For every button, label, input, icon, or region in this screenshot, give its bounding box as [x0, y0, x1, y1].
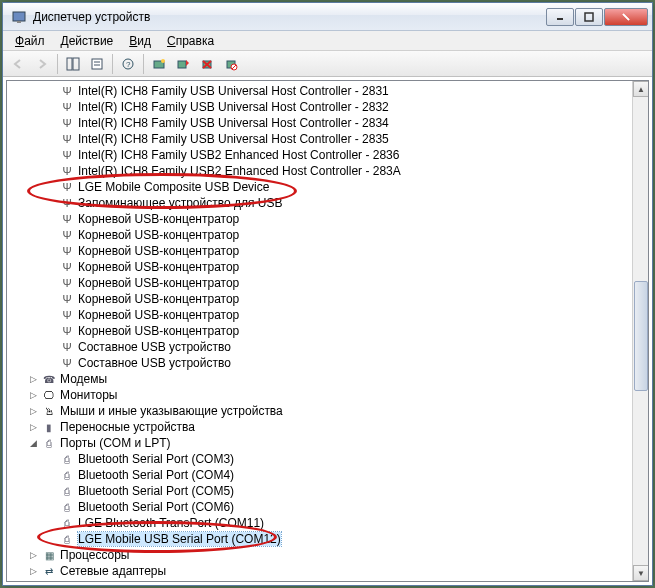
tree-node[interactable]: Bluetooth Serial Port (COM4) [9, 467, 630, 483]
expander-icon[interactable]: ▷ [27, 565, 39, 577]
port-icon [59, 531, 75, 547]
usb-icon [59, 339, 75, 355]
tree-node[interactable]: ▷Модемы [9, 371, 630, 387]
device-tree[interactable]: Intel(R) ICH8 Family USB Universal Host … [7, 81, 632, 581]
expander-icon [45, 229, 57, 241]
expander-icon[interactable]: ▷ [27, 549, 39, 561]
menubar: Файл Действие Вид Справка [3, 31, 652, 51]
tree-node[interactable]: Intel(R) ICH8 Family USB Universal Host … [9, 99, 630, 115]
svg-rect-8 [92, 59, 102, 69]
tree-node[interactable]: ▷Мыши и иные указывающие устройства [9, 403, 630, 419]
tree-node[interactable]: LGE Mobile USB Serial Port (COM12) [9, 531, 630, 547]
node-label: Intel(R) ICH8 Family USB Universal Host … [78, 132, 389, 146]
monitor-icon [41, 387, 57, 403]
tree-node[interactable]: Корневой USB-концентратор [9, 323, 630, 339]
usb-icon [59, 179, 75, 195]
tree-node[interactable]: Intel(R) ICH8 Family USB Universal Host … [9, 115, 630, 131]
tree-node[interactable]: Запоминающее устройство для USB [9, 195, 630, 211]
menu-view-label: ид [137, 34, 151, 48]
usb-icon [59, 243, 75, 259]
expander-icon[interactable]: ▷ [27, 405, 39, 417]
window-title: Диспетчер устройств [33, 10, 545, 24]
node-label: Корневой USB-концентратор [78, 228, 239, 242]
minimize-button[interactable] [546, 8, 574, 26]
vertical-scrollbar[interactable]: ▲ ▼ [632, 81, 648, 581]
update-driver-button[interactable] [172, 53, 194, 75]
tree-node[interactable]: Корневой USB-концентратор [9, 243, 630, 259]
tree-node[interactable]: Корневой USB-концентратор [9, 259, 630, 275]
port-icon [59, 499, 75, 515]
tree-node[interactable]: ▷Мониторы [9, 387, 630, 403]
usb-icon [59, 307, 75, 323]
back-button [7, 53, 29, 75]
help-button[interactable]: ? [117, 53, 139, 75]
tree-node[interactable]: Корневой USB-концентратор [9, 275, 630, 291]
tree-node[interactable]: Корневой USB-концентратор [9, 227, 630, 243]
expander-icon [45, 485, 57, 497]
tree-node[interactable]: Intel(R) ICH8 Family USB Universal Host … [9, 83, 630, 99]
scan-hardware-button[interactable] [148, 53, 170, 75]
node-label: LGE Bluetooth TransPort (COM11) [78, 516, 264, 530]
separator [143, 54, 144, 74]
expander-icon [45, 213, 57, 225]
svg-rect-15 [178, 61, 186, 68]
tree-node[interactable]: Intel(R) ICH8 Family USB2 Enhanced Host … [9, 147, 630, 163]
expander-icon [45, 181, 57, 193]
expander-icon[interactable]: ◢ [27, 437, 39, 449]
tree-node[interactable]: ▷Переносные устройства [9, 419, 630, 435]
usb-icon [59, 211, 75, 227]
scroll-up-button[interactable]: ▲ [633, 81, 649, 97]
separator [57, 54, 58, 74]
tree-node[interactable]: Корневой USB-концентратор [9, 307, 630, 323]
tree-node[interactable]: ▷Сетевые адаптеры [9, 563, 630, 579]
tree-node[interactable]: LGE Mobile Composite USB Device [9, 179, 630, 195]
titlebar[interactable]: Диспетчер устройств [3, 3, 652, 31]
node-label: Bluetooth Serial Port (COM6) [78, 500, 234, 514]
menu-action[interactable]: Действие [53, 32, 122, 50]
show-tree-button[interactable] [62, 53, 84, 75]
node-label: Корневой USB-концентратор [78, 324, 239, 338]
port-icon [59, 515, 75, 531]
expander-icon[interactable]: ▷ [27, 389, 39, 401]
usb-icon [59, 227, 75, 243]
svg-rect-6 [67, 58, 72, 70]
tree-node[interactable]: Bluetooth Serial Port (COM6) [9, 499, 630, 515]
node-label: Intel(R) ICH8 Family USB2 Enhanced Host … [78, 164, 401, 178]
tree-node[interactable]: Корневой USB-концентратор [9, 291, 630, 307]
tree-node[interactable]: Составное USB устройство [9, 355, 630, 371]
properties-button[interactable] [86, 53, 108, 75]
menu-file[interactable]: Файл [7, 32, 53, 50]
tree-node[interactable]: Составное USB устройство [9, 339, 630, 355]
node-label: Bluetooth Serial Port (COM4) [78, 468, 234, 482]
tree-node[interactable]: Bluetooth Serial Port (COM3) [9, 451, 630, 467]
expander-icon [45, 101, 57, 113]
tree-node[interactable]: LGE Bluetooth TransPort (COM11) [9, 515, 630, 531]
tree-node[interactable]: ◢Порты (COM и LPT) [9, 435, 630, 451]
maximize-button[interactable] [575, 8, 603, 26]
node-label: Корневой USB-концентратор [78, 244, 239, 258]
expander-icon[interactable]: ▷ [27, 421, 39, 433]
tree-node[interactable]: Intel(R) ICH8 Family USB Universal Host … [9, 131, 630, 147]
disable-button[interactable] [220, 53, 242, 75]
expander-icon[interactable]: ▷ [27, 373, 39, 385]
tree-node[interactable]: Intel(R) ICH8 Family USB2 Enhanced Host … [9, 163, 630, 179]
node-label: Корневой USB-концентратор [78, 212, 239, 226]
tree-node[interactable]: Bluetooth Serial Port (COM5) [9, 483, 630, 499]
svg-rect-7 [73, 58, 79, 70]
scroll-thumb[interactable] [634, 281, 648, 391]
usb-icon [59, 195, 75, 211]
svg-rect-3 [585, 13, 593, 21]
cpu-icon [41, 547, 57, 563]
menu-view[interactable]: Вид [121, 32, 159, 50]
scroll-down-button[interactable]: ▼ [633, 565, 649, 581]
tree-node[interactable]: ▷Процессоры [9, 547, 630, 563]
tree-node[interactable]: Корневой USB-концентратор [9, 211, 630, 227]
close-button[interactable] [604, 8, 648, 26]
uninstall-button[interactable] [196, 53, 218, 75]
usb-icon [59, 99, 75, 115]
tree-node[interactable]: ▷Системные устройства [9, 579, 630, 581]
device-manager-window: Диспетчер устройств Файл Действие Вид Сп… [2, 2, 653, 586]
menu-help[interactable]: Справка [159, 32, 222, 50]
node-label: Сетевые адаптеры [60, 564, 166, 578]
svg-point-14 [161, 59, 165, 63]
